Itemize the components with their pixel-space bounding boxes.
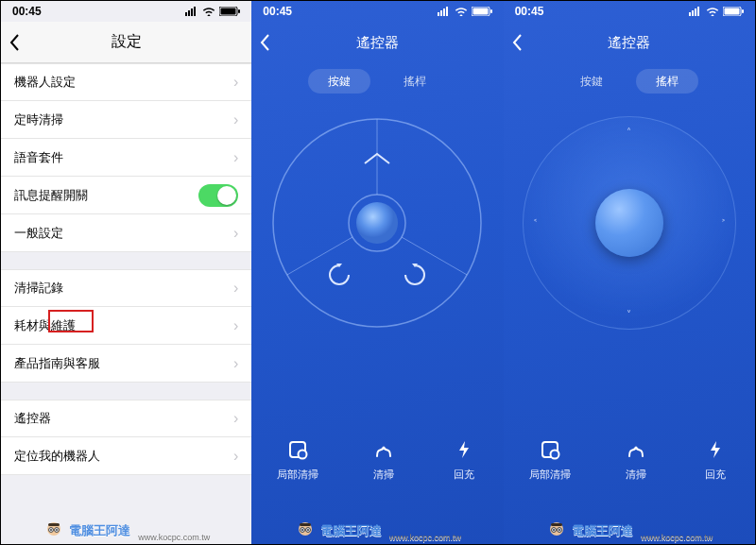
status-time: 00:45 <box>515 5 544 18</box>
chevron-right-icon: › <box>233 280 238 297</box>
svg-rect-6 <box>238 9 240 13</box>
remote-header: 遙控器 <box>504 22 755 63</box>
svg-rect-1 <box>188 10 190 16</box>
svg-point-42 <box>550 522 563 536</box>
action-bar: 局部清掃 清掃 回充 <box>504 435 755 482</box>
chevron-right-icon: › <box>233 74 238 91</box>
joystick-disc[interactable]: ˄ ˅ ˂ ˃ <box>523 116 736 330</box>
back-button[interactable] <box>259 33 270 52</box>
row-label: 耗材與維護 <box>14 317 76 334</box>
svg-point-7 <box>47 522 60 536</box>
charge-icon <box>701 435 730 464</box>
row-notification-toggle[interactable]: 訊息提醒開關 <box>1 177 251 214</box>
settings-header: 設定 <box>1 22 251 63</box>
svg-rect-35 <box>695 9 696 16</box>
svg-point-47 <box>558 529 560 531</box>
action-spot-clean[interactable]: 局部清掃 <box>529 435 571 482</box>
row-label: 定位我的機器人 <box>14 448 100 465</box>
status-bar: 00:45 <box>251 1 503 22</box>
svg-point-46 <box>553 529 555 531</box>
action-label: 局部清掃 <box>529 468 571 480</box>
clean-icon <box>622 435 650 464</box>
action-clean[interactable]: 清掃 <box>622 435 650 482</box>
svg-point-32 <box>307 529 309 531</box>
mascot-icon <box>294 519 317 542</box>
svg-rect-39 <box>742 9 744 13</box>
svg-rect-2 <box>191 9 193 16</box>
svg-point-29 <box>301 528 305 533</box>
row-cleaning-log[interactable]: 清掃記錄 › <box>1 269 251 307</box>
row-scheduled-clean[interactable]: 定時清掃 › <box>1 101 251 139</box>
watermark: 電腦王阿達 www.kocpc.com.tw <box>251 519 503 542</box>
joystick-knob[interactable] <box>595 189 663 257</box>
watermark-text: 電腦王阿達 <box>320 522 382 539</box>
svg-rect-3 <box>194 7 196 16</box>
svg-rect-34 <box>692 10 694 16</box>
settings-panel: 00:45 設定 機器人設定 › 定時清掃 › 語音套件 <box>1 1 251 544</box>
svg-point-10 <box>55 528 60 533</box>
svg-rect-43 <box>551 523 562 526</box>
status-time: 00:45 <box>12 5 42 18</box>
row-remote-control[interactable]: 遙控器 › <box>1 400 251 437</box>
tab-joystick[interactable]: 搖桿 <box>384 69 446 94</box>
back-button[interactable] <box>511 33 523 52</box>
status-icons <box>438 7 492 16</box>
dpad-center-button[interactable] <box>356 202 398 244</box>
row-support[interactable]: 產品指南與客服 › <box>1 345 251 383</box>
mascot-icon <box>43 519 65 542</box>
tab-joystick[interactable]: 搖桿 <box>636 69 698 94</box>
row-locate-robot[interactable]: 定位我的機器人 › <box>1 437 251 475</box>
watermark-text: 電腦王阿達 <box>69 522 130 539</box>
action-spot-clean[interactable]: 局部清掃 <box>277 435 318 482</box>
status-icons <box>185 7 240 16</box>
joystick-control[interactable]: ˄ ˅ ˂ ˃ <box>523 116 736 330</box>
tab-buttons[interactable]: 按鍵 <box>308 69 370 94</box>
action-clean[interactable]: 清掃 <box>369 435 398 482</box>
settings-group-1: 機器人設定 › 定時清掃 › 語音套件 › 訊息提醒開關 一般設定 › <box>1 63 251 252</box>
arrow-left-icon: ˂ <box>533 218 538 229</box>
svg-rect-16 <box>446 7 448 16</box>
clean-icon <box>369 435 398 464</box>
watermark: 電腦王阿達 www.kocpc.com.tw <box>504 519 755 542</box>
row-consumables[interactable]: 耗材與維護 › <box>1 307 251 345</box>
chevron-right-icon: › <box>233 149 238 166</box>
chevron-right-icon: › <box>233 225 238 242</box>
row-label: 產品指南與客服 <box>14 355 100 372</box>
svg-rect-5 <box>221 9 236 15</box>
svg-rect-15 <box>443 9 445 16</box>
tab-buttons[interactable]: 按鍵 <box>560 69 623 94</box>
watermark-url: www.kocpc.com.tw <box>389 533 461 542</box>
row-label: 定時清掃 <box>14 111 63 128</box>
row-label: 訊息提醒開關 <box>14 187 88 204</box>
svg-point-30 <box>306 528 311 533</box>
svg-rect-33 <box>689 12 691 16</box>
settings-group-2: 清掃記錄 › 耗材與維護 › 產品指南與客服 › <box>1 269 251 383</box>
svg-rect-36 <box>697 7 699 16</box>
action-label: 清掃 <box>373 468 394 480</box>
action-dock[interactable]: 回充 <box>701 435 730 482</box>
chevron-right-icon: › <box>233 448 238 465</box>
svg-rect-28 <box>300 523 311 526</box>
watermark-text: 電腦王阿達 <box>572 522 633 539</box>
toggle-switch-on[interactable] <box>198 184 238 207</box>
remote-title: 遙控器 <box>356 34 399 52</box>
row-label: 清掃記錄 <box>14 280 63 297</box>
row-label: 語音套件 <box>14 149 63 166</box>
spot-clean-icon <box>536 435 564 464</box>
action-label: 清掃 <box>626 468 646 480</box>
row-voice-pack[interactable]: 語音套件 › <box>1 139 251 177</box>
status-bar: 00:45 <box>1 1 251 22</box>
svg-point-45 <box>558 528 562 533</box>
row-general-settings[interactable]: 一般設定 › <box>1 214 251 252</box>
row-robot-settings[interactable]: 機器人設定 › <box>1 63 251 101</box>
svg-point-27 <box>299 522 312 536</box>
remote-title: 遙控器 <box>608 34 650 52</box>
action-dock[interactable]: 回充 <box>450 435 478 482</box>
watermark-url: www.kocpc.com.tw <box>138 533 210 542</box>
svg-rect-18 <box>472 9 488 15</box>
mode-segmented-control: 按鍵 搖桿 <box>251 69 503 94</box>
svg-point-12 <box>56 529 58 531</box>
status-bar: 00:45 <box>504 1 755 22</box>
settings-group-3: 遙控器 › 定位我的機器人 › <box>1 400 251 475</box>
back-button[interactable] <box>9 33 20 52</box>
